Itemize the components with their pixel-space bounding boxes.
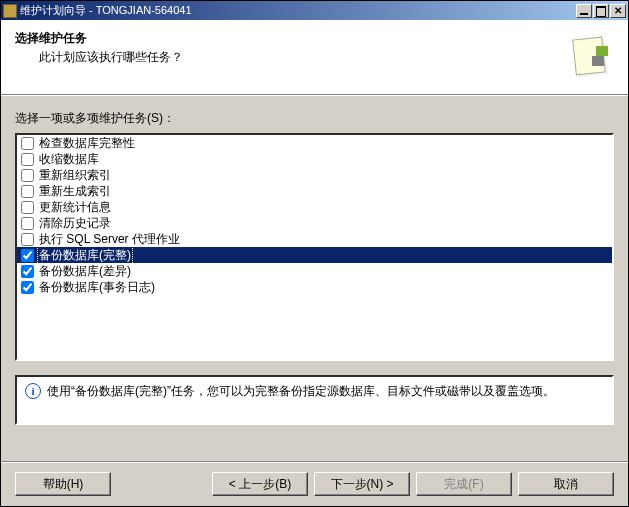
close-button[interactable]: ✕: [610, 4, 626, 18]
task-checkbox[interactable]: [21, 249, 34, 262]
task-label: 收缩数据库: [38, 151, 100, 168]
app-icon: [3, 4, 17, 18]
help-button[interactable]: 帮助(H): [15, 472, 111, 496]
task-label: 备份数据库(事务日志): [38, 279, 156, 296]
info-icon: i: [25, 383, 41, 399]
task-label: 重新组织索引: [38, 167, 112, 184]
task-checkbox[interactable]: [21, 281, 34, 294]
task-item[interactable]: 备份数据库(完整): [17, 247, 612, 263]
task-checkbox[interactable]: [21, 201, 34, 214]
task-list-label: 选择一项或多项维护任务(S)：: [15, 110, 614, 127]
wizard-window: 维护计划向导 - TONGJIAN-564041 ✕ 选择维护任务 此计划应该执…: [0, 0, 629, 507]
next-button[interactable]: 下一步(N) >: [314, 472, 410, 496]
task-checkbox[interactable]: [21, 185, 34, 198]
task-label: 检查数据库完整性: [38, 135, 136, 152]
task-label: 执行 SQL Server 代理作业: [38, 231, 181, 248]
task-item[interactable]: 执行 SQL Server 代理作业: [17, 231, 612, 247]
task-checkbox[interactable]: [21, 153, 34, 166]
task-item[interactable]: 重新生成索引: [17, 183, 612, 199]
page-title: 选择维护任务: [15, 30, 566, 47]
maximize-button[interactable]: [593, 4, 609, 18]
minimize-button[interactable]: [576, 4, 592, 18]
titlebar-buttons: ✕: [576, 4, 626, 18]
task-item[interactable]: 备份数据库(差异): [17, 263, 612, 279]
task-checkbox[interactable]: [21, 233, 34, 246]
button-bar: 帮助(H) < 上一步(B) 下一步(N) > 完成(F) 取消: [1, 461, 628, 506]
task-checkbox[interactable]: [21, 217, 34, 230]
header-text: 选择维护任务 此计划应该执行哪些任务？: [15, 30, 566, 66]
body: 选择一项或多项维护任务(S)： 检查数据库完整性收缩数据库重新组织索引重新生成索…: [1, 95, 628, 461]
task-item[interactable]: 检查数据库完整性: [17, 135, 612, 151]
task-label: 备份数据库(差异): [38, 263, 132, 280]
titlebar[interactable]: 维护计划向导 - TONGJIAN-564041 ✕: [1, 1, 628, 20]
task-label: 清除历史记录: [38, 215, 112, 232]
task-item[interactable]: 备份数据库(事务日志): [17, 279, 612, 295]
description-box: i 使用“备份数据库(完整)”任务，您可以为完整备份指定源数据库、目标文件或磁带…: [15, 375, 614, 425]
task-item[interactable]: 更新统计信息: [17, 199, 612, 215]
content-area: 选择维护任务 此计划应该执行哪些任务？ 选择一项或多项维护任务(S)： 检查数据…: [1, 20, 628, 506]
cancel-button[interactable]: 取消: [518, 472, 614, 496]
wizard-header: 选择维护任务 此计划应该执行哪些任务？: [1, 20, 628, 95]
task-checkbox[interactable]: [21, 265, 34, 278]
wizard-icon: [566, 32, 614, 80]
task-item[interactable]: 清除历史记录: [17, 215, 612, 231]
back-button[interactable]: < 上一步(B): [212, 472, 308, 496]
task-item[interactable]: 重新组织索引: [17, 167, 612, 183]
window-title: 维护计划向导 - TONGJIAN-564041: [20, 3, 576, 18]
task-list[interactable]: 检查数据库完整性收缩数据库重新组织索引重新生成索引更新统计信息清除历史记录执行 …: [15, 133, 614, 361]
task-item[interactable]: 收缩数据库: [17, 151, 612, 167]
finish-button: 完成(F): [416, 472, 512, 496]
task-label: 备份数据库(完整): [38, 247, 132, 264]
task-checkbox[interactable]: [21, 169, 34, 182]
task-label: 更新统计信息: [38, 199, 112, 216]
description-text: 使用“备份数据库(完整)”任务，您可以为完整备份指定源数据库、目标文件或磁带以及…: [47, 383, 555, 400]
task-checkbox[interactable]: [21, 137, 34, 150]
page-subtitle: 此计划应该执行哪些任务？: [39, 49, 566, 66]
task-label: 重新生成索引: [38, 183, 112, 200]
